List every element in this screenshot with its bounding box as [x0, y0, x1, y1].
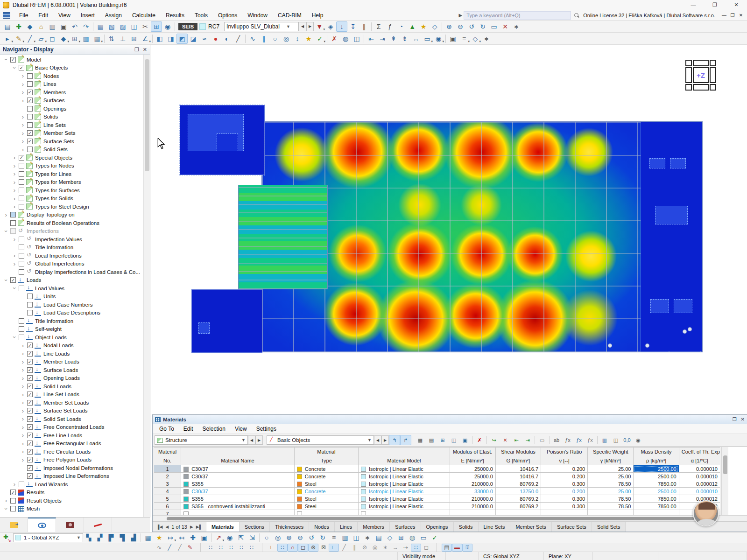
tree-checkbox[interactable]	[19, 269, 24, 275]
materials-menu-item[interactable]: Selection	[198, 425, 230, 433]
table-tab[interactable]: Solid Sets	[592, 522, 626, 532]
cell-thermal-expansion[interactable]: 0.000010	[679, 488, 720, 495]
snap-icon[interactable]: ∷	[277, 544, 288, 552]
tree-item[interactable]: Member Sets	[0, 129, 143, 138]
tree-expander-icon[interactable]	[20, 301, 26, 308]
toolbar-icon[interactable]: ▭	[422, 34, 433, 44]
tree-checkbox[interactable]	[27, 408, 33, 413]
cell-mass-density[interactable]	[634, 510, 679, 516]
toolbar-icon[interactable]: ◔	[395, 21, 407, 32]
toolbar-icon[interactable]: ▛	[106, 532, 117, 543]
toolbar-icon[interactable]: ▜	[117, 532, 128, 543]
toolbar-icon[interactable]: ↔	[410, 34, 422, 44]
navigator-tab[interactable]	[56, 518, 84, 532]
materials-toolbar-icon[interactable]: ƒx	[573, 435, 585, 445]
tree-checkbox[interactable]	[27, 375, 33, 381]
menu-item[interactable]: Results	[161, 11, 190, 20]
cell-specific-weight[interactable]: 78.50	[588, 503, 634, 510]
toolbar-icon[interactable]: ◆	[58, 34, 69, 44]
cell-material-type[interactable]: Steel	[294, 495, 358, 503]
toolbar-icon[interactable]: ∗	[481, 34, 492, 44]
tree-item[interactable]: Loads	[0, 276, 143, 285]
tree-item[interactable]: Load Values	[0, 284, 143, 293]
toolbar-icon[interactable]: ◻	[47, 34, 58, 44]
toolbar-icon[interactable]	[362, 34, 366, 44]
cell-shear-modulus[interactable]: 80769.2	[495, 480, 541, 488]
materials-toolbar-icon[interactable]: ◫	[448, 435, 459, 445]
cell-modulus[interactable]: 33000.0	[450, 488, 495, 495]
tree-checkbox[interactable]	[27, 114, 33, 119]
tree-item[interactable]: Display Imperfections in Load Cases & Co…	[0, 268, 143, 276]
next-view-button[interactable]: ▶	[255, 435, 263, 445]
cell-modulus[interactable]: 210000.0	[450, 495, 495, 503]
cell-specific-weight[interactable]: 25.00	[588, 473, 634, 480]
snap-icon[interactable]: ∗	[380, 544, 390, 552]
tree-checkbox[interactable]	[27, 139, 33, 144]
menu-item[interactable]: Edit	[33, 11, 53, 20]
snap-icon[interactable]	[431, 544, 442, 552]
tree-expander-icon[interactable]	[20, 456, 26, 463]
toolbar-icon[interactable]: ▥	[47, 21, 58, 32]
tree-expander-icon[interactable]	[20, 366, 26, 373]
tree-item[interactable]: Load Case Descriptions	[0, 309, 143, 317]
cell-row-number[interactable]: 1	[154, 465, 181, 473]
tree-item[interactable]: Results of Boolean Operations	[0, 219, 143, 227]
toolbar-icon[interactable]: ✗	[329, 34, 340, 44]
tree-checkbox[interactable]	[19, 65, 24, 70]
materials-toolbar-icon[interactable]: ▭	[536, 435, 548, 445]
toolbar-icon[interactable]: ✚	[13, 21, 24, 32]
next-category-button[interactable]: ▶	[381, 435, 389, 445]
cell-material-type[interactable]: Steel	[294, 503, 358, 510]
first-table-button[interactable]: ▐◀	[156, 525, 162, 529]
tree-expander-icon[interactable]	[20, 130, 26, 137]
tree-expander-icon[interactable]	[11, 326, 18, 333]
tree-checkbox[interactable]	[19, 188, 24, 193]
toolbar-icon[interactable]: ∥	[359, 21, 370, 32]
toolbar-icon[interactable]	[244, 34, 247, 44]
toolbar-icon[interactable]: ∿	[247, 34, 258, 44]
table-tab[interactable]: Lines	[335, 522, 358, 532]
tree-expander-icon[interactable]	[20, 350, 26, 357]
tree-item[interactable]: Result Objects	[0, 497, 143, 505]
tree-checkbox[interactable]	[19, 163, 24, 168]
toolbar-icon[interactable]	[258, 532, 261, 543]
cell-material-name[interactable]	[181, 510, 295, 516]
navigator-tab[interactable]	[28, 518, 56, 532]
tree-item[interactable]: Solid Loads	[0, 382, 143, 391]
menu-item[interactable]: CAD-BIM	[273, 11, 307, 20]
tree-item[interactable]: Lines	[0, 80, 143, 89]
tree-item[interactable]: Solids	[0, 113, 143, 121]
materials-menu-item[interactable]: View	[230, 425, 252, 433]
tree-expander-icon[interactable]	[3, 219, 9, 226]
toolbar-icon[interactable]: ▼	[314, 21, 325, 32]
tree-expander-icon[interactable]	[20, 105, 26, 112]
toolbar-icon[interactable]: ∥	[258, 34, 269, 44]
toolbar-icon[interactable]: ◇	[470, 34, 481, 44]
plan-top-left-wing[interactable]	[180, 105, 265, 175]
tree-expander-icon[interactable]	[3, 489, 9, 496]
snap-icon[interactable]: ∥	[349, 544, 359, 552]
cell-row-number[interactable]: 2	[154, 473, 181, 480]
tree-checkbox[interactable]	[27, 392, 33, 397]
toolbar-icon[interactable]: ⊕	[283, 532, 295, 543]
toolbar-icon[interactable]: ✓	[429, 532, 440, 543]
tree-checkbox[interactable]	[19, 204, 24, 210]
toolbar-icon[interactable]: ⊥	[117, 34, 128, 44]
menu-item[interactable]: Assign	[100, 11, 127, 20]
tree-item[interactable]: Types for Solids	[0, 195, 143, 203]
toolbar-icon[interactable]: ◫	[128, 21, 140, 32]
materials-toolbar-icon[interactable]: ◫	[610, 435, 621, 445]
tree-expander-icon[interactable]	[3, 228, 9, 235]
cell-poisson-ratio[interactable]: 0.200	[541, 488, 588, 495]
view-cube-z-face[interactable]: +Z	[693, 67, 709, 83]
tree-expander-icon[interactable]	[20, 72, 26, 79]
cell-poisson-ratio[interactable]: 0.200	[541, 473, 588, 480]
tree-checkbox[interactable]	[27, 122, 33, 128]
toolbar-icon[interactable]: ⊕	[444, 21, 455, 32]
cell-specific-weight[interactable]: 25.00	[588, 488, 634, 495]
toolbar-icon[interactable]: ▤	[373, 532, 384, 543]
cell-mass-density[interactable]: 2500.00	[634, 465, 679, 473]
materials-toolbar-icon[interactable]: ▦	[415, 435, 426, 445]
toolbar-icon[interactable]: ✕	[500, 21, 511, 32]
table-vertical-scrollbar[interactable]	[721, 447, 728, 515]
